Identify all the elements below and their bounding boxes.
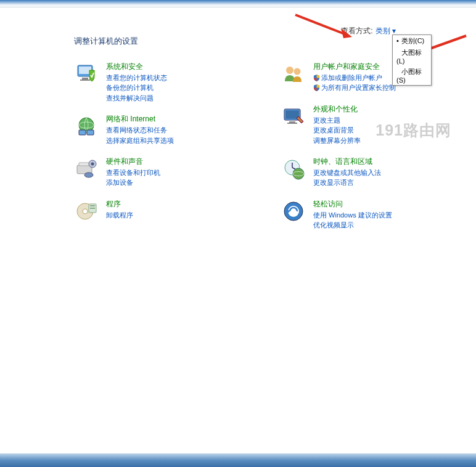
dropdown-option-category[interactable]: •类别(C) [393, 35, 431, 47]
system-security-item: 系统和安全 查看您的计算机状态 备份您的计算机 查找并解决问题 [74, 62, 256, 103]
content-area: 调整计算机的设置 查看方式: 类别 ▾ •类别(C) 大图标(L) 小图标(S) [0, 25, 476, 242]
ease-link-suggestions[interactable]: 使用 Windows 建议的设置 [313, 211, 464, 220]
clock-link-keyboard[interactable]: 更改键盘或其他输入法 [313, 168, 464, 177]
view-by-dropdown-menu: •类别(C) 大图标(L) 小图标(S) [392, 35, 432, 86]
appearance-item: 外观和个性化 更改主题 更改桌面背景 调整屏幕分辨率 [281, 104, 464, 145]
hardware-link-add[interactable]: 添加设备 [106, 178, 256, 187]
dropdown-option-large-icons[interactable]: 大图标(L) [393, 47, 431, 66]
clock-language-title[interactable]: 时钟、语言和区域 [313, 156, 464, 167]
network-internet-item: 网络和 Internet 查看网络状态和任务 选择家庭组和共享选项 [74, 114, 256, 145]
ease-access-title[interactable]: 轻松访问 [313, 199, 464, 209]
programs-icon [74, 199, 99, 224]
svg-rect-16 [90, 205, 95, 206]
shield-icon [313, 84, 320, 91]
view-by-label: 查看方式: [341, 26, 372, 36]
window-top-stripe [0, 0, 476, 7]
appearance-link-theme[interactable]: 更改主题 [313, 116, 464, 125]
appearance-title[interactable]: 外观和个性化 [313, 104, 464, 115]
window-bottom-stripe [0, 453, 476, 467]
appearance-icon [281, 104, 306, 129]
svg-point-11 [91, 162, 94, 165]
svg-point-27 [293, 168, 304, 179]
header-row: 调整计算机的设置 查看方式: 类别 ▾ •类别(C) 大图标(L) 小图标(S) [74, 36, 464, 47]
svg-rect-2 [82, 78, 88, 79]
programs-item: 程序 卸载程序 [74, 199, 256, 224]
category-columns: 系统和安全 查看您的计算机状态 备份您的计算机 查找并解决问题 [74, 62, 464, 242]
programs-title[interactable]: 程序 [106, 199, 256, 209]
programs-link-uninstall[interactable]: 卸载程序 [106, 211, 256, 220]
network-link-status[interactable]: 查看网络状态和任务 [106, 126, 256, 135]
clock-link-language[interactable]: 更改显示语言 [313, 178, 464, 187]
svg-rect-22 [289, 121, 295, 123]
left-column: 系统和安全 查看您的计算机状态 备份您的计算机 查找并解决问题 [74, 62, 256, 242]
user-accounts-icon [281, 62, 306, 86]
system-security-title[interactable]: 系统和安全 [106, 62, 256, 72]
ease-access-item: 轻松访问 使用 Windows 建议的设置 优化视频显示 [281, 199, 464, 230]
svg-rect-7 [87, 130, 94, 135]
svg-rect-9 [79, 163, 90, 166]
svg-rect-17 [90, 208, 95, 209]
hardware-link-devices[interactable]: 查看设备和打印机 [106, 168, 256, 177]
users-link-parental[interactable]: 为所有用户设置家长控制 [313, 83, 464, 92]
network-internet-icon [74, 114, 99, 139]
network-link-homegroup[interactable]: 选择家庭组和共享选项 [106, 136, 256, 145]
clock-language-item: 时钟、语言和区域 更改键盘或其他输入法 更改显示语言 [281, 156, 464, 188]
svg-point-12 [84, 173, 93, 177]
ease-link-visual[interactable]: 优化视频显示 [313, 221, 464, 230]
user-accounts-item: 用户帐户和家庭安全 添加或删除用户帐户 为所有用户设置家长控制 [281, 62, 464, 93]
system-security-icon [74, 62, 99, 86]
svg-rect-3 [80, 79, 90, 81]
hardware-sound-title[interactable]: 硬件和声音 [106, 156, 256, 167]
svg-point-14 [83, 209, 88, 214]
clock-language-icon [281, 156, 306, 181]
system-link-status[interactable]: 查看您的计算机状态 [106, 73, 256, 83]
system-link-troubleshoot[interactable]: 查找并解决问题 [106, 94, 256, 103]
hardware-sound-item: 硬件和声音 查看设备和打印机 添加设备 [74, 156, 256, 188]
shield-icon [313, 75, 320, 81]
svg-rect-23 [287, 123, 297, 124]
ease-access-icon [281, 199, 306, 224]
user-accounts-title[interactable]: 用户帐户和家庭安全 [313, 62, 464, 72]
view-by-control: 查看方式: 类别 ▾ [341, 26, 396, 36]
users-link-add-remove[interactable]: 添加或删除用户帐户 [313, 73, 464, 83]
svg-point-18 [286, 67, 293, 74]
appearance-link-background[interactable]: 更改桌面背景 [313, 126, 464, 135]
svg-rect-6 [79, 130, 86, 135]
appearance-link-resolution[interactable]: 调整屏幕分辨率 [313, 136, 464, 145]
svg-point-19 [294, 68, 301, 75]
right-column: 用户帐户和家庭安全 添加或删除用户帐户 为所有用户设置家长控制 [281, 62, 464, 242]
hardware-sound-icon [74, 156, 99, 181]
system-link-backup[interactable]: 备份您的计算机 [106, 83, 256, 92]
network-internet-title[interactable]: 网络和 Internet [106, 114, 256, 124]
dropdown-option-small-icons[interactable]: 小图标(S) [393, 66, 431, 85]
